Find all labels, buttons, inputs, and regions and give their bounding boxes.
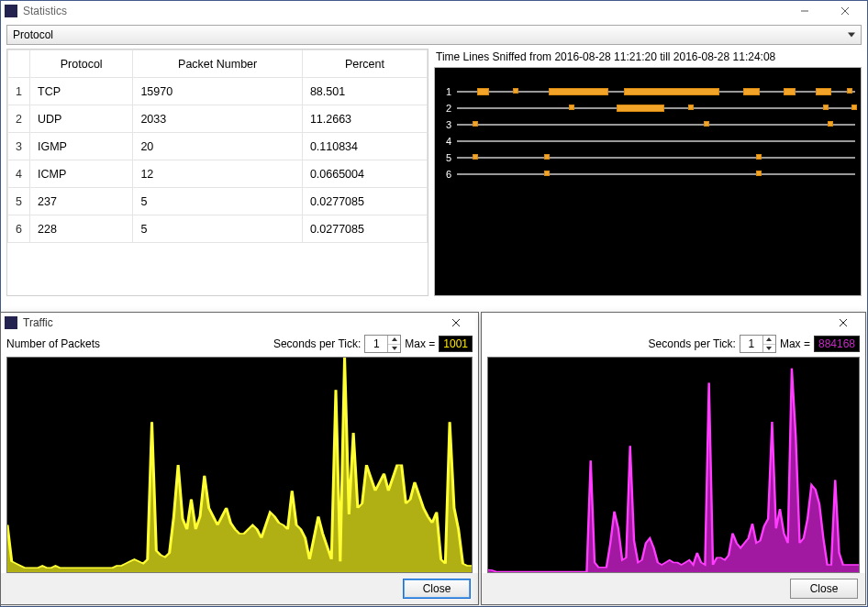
spinner-down-icon[interactable] [388,345,400,353]
timeline-segment [828,121,833,127]
row-index: 3 [8,133,30,160]
cell-protocol: 237 [30,188,133,215]
timeline-segment [743,88,759,95]
timeline-row: 1 [435,83,855,101]
timeline-row-label: 4 [435,136,457,147]
max-value: 1001 [439,336,473,352]
cell-percent: 0.110834 [302,133,427,160]
table-row[interactable]: 622850.0277085 [8,215,428,243]
timeline-track [457,124,855,126]
table-row[interactable]: 1TCP1597088.501 [8,78,428,105]
timeline-segment [688,105,694,110]
close-button-footer[interactable]: Close [790,579,858,599]
row-index: 4 [8,160,30,188]
timeline-segment [756,154,762,160]
cell-percent: 88.501 [302,78,427,105]
timeline-segment [784,88,796,95]
app-icon [5,5,17,17]
col-percent[interactable]: Percent [302,50,427,78]
cell-protocol: TCP [30,78,133,105]
timeline-segment [544,171,550,176]
close-button[interactable] [825,2,865,20]
timeline-segment [756,171,762,176]
spt-label: Seconds per Tick: [273,337,361,350]
timeline-segment [473,121,478,127]
minimize-button[interactable] [785,2,825,20]
timeline-segment [477,88,489,95]
bytes-chart[interactable] [487,357,860,573]
close-button[interactable] [825,314,862,332]
table-row[interactable]: 2UDP203311.2663 [8,105,428,133]
timeline-segment [617,105,664,112]
spt-label: Seconds per Tick: [649,337,736,350]
timeline-row-label: 2 [435,103,457,114]
timeline-segment [847,88,852,94]
timeline-track [457,91,855,93]
timeline-panel: Time Lines Sniffed from 2016-08-28 11:21… [434,49,862,296]
timeline-segment [851,105,857,110]
spt-value: 1 [365,336,387,352]
traffic-controls: Seconds per Tick: 1 Max = 884168 [482,333,865,357]
table-row[interactable]: 3IGMP200.110834 [8,133,428,160]
timeline-segment [704,121,709,127]
subtitle: Number of Packets [6,337,100,350]
cell-packets: 15970 [133,78,302,105]
col-packet-number[interactable]: Packet Number [133,50,302,78]
timeline-row-label: 5 [435,152,457,163]
spinner-down-icon[interactable] [763,345,775,353]
close-button[interactable] [438,314,474,332]
view-select[interactable]: Protocol [6,25,862,45]
timeline-row: 5 [435,149,855,167]
packets-chart[interactable] [6,357,473,573]
traffic-titlebar [482,313,865,333]
timeline-segment [473,154,478,160]
close-button-footer[interactable]: Close [403,579,471,599]
app-icon [5,316,17,329]
protocol-table: Protocol Packet Number Percent 1TCP15970… [6,49,428,296]
timeline-track [457,140,855,142]
cell-protocol: 228 [30,215,133,243]
timeline-row: 2 [435,99,855,117]
timeline-segment [569,105,574,110]
timeline-row-label: 1 [435,86,457,97]
timeline-segment [513,88,518,94]
spt-value: 1 [740,336,762,352]
spinner-up-icon[interactable] [388,336,400,345]
traffic-window-right: Seconds per Tick: 1 Max = 884168 Close [481,312,866,605]
timeline-title: Time Lines Sniffed from 2016-08-28 11:21… [434,49,862,67]
table-row[interactable]: 523750.0277085 [8,188,428,215]
timeline-track [457,107,855,109]
cell-protocol: UDP [30,105,133,133]
cell-protocol: ICMP [30,160,133,188]
timeline-segment [816,88,831,95]
cell-percent: 0.0277085 [302,188,427,215]
row-index: 5 [8,188,30,215]
col-protocol[interactable]: Protocol [30,50,133,78]
timeline-canvas[interactable]: 123456 [434,67,862,296]
cell-percent: 0.0277085 [302,215,427,243]
titlebar: Statistics [1,1,867,21]
cell-percent: 0.0665004 [302,160,427,188]
seconds-per-tick-spinner[interactable]: 1 [364,335,401,353]
timeline-segment [544,154,550,160]
cell-packets: 12 [133,160,302,188]
timeline-row: 4 [435,132,855,150]
timeline-segment [624,88,719,95]
traffic-window-left: Traffic Number of Packets Seconds per Ti… [0,312,479,605]
cell-packets: 20 [133,133,302,160]
max-value: 884168 [814,336,860,352]
traffic-controls: Number of Packets Seconds per Tick: 1 Ma… [1,333,478,357]
spinner-up-icon[interactable] [763,336,775,345]
timeline-row-label: 6 [435,169,457,180]
view-select-value: Protocol [13,28,53,41]
chevron-down-icon [848,33,855,38]
max-label: Max = [405,337,435,350]
table-header-row: Protocol Packet Number Percent [8,50,428,78]
timeline-segment [823,105,829,110]
seconds-per-tick-spinner[interactable]: 1 [740,335,776,353]
cell-protocol: IGMP [30,133,133,160]
cell-packets: 5 [133,188,302,215]
traffic-title: Traffic [23,316,438,329]
timeline-segment [549,88,608,95]
table-row[interactable]: 4ICMP120.0665004 [8,160,428,188]
